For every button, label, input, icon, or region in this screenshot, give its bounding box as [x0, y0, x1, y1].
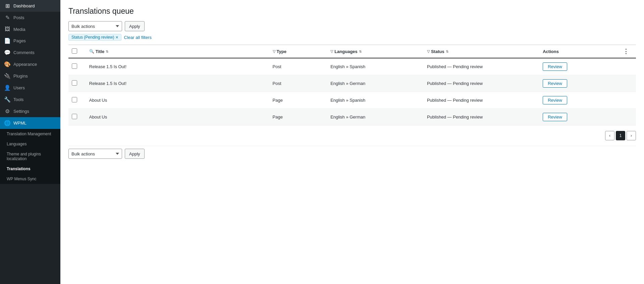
users-icon: 👤 [4, 85, 11, 91]
row-status: Published — Pending review [424, 75, 539, 92]
page-1-button[interactable]: 1 [616, 131, 625, 140]
row-actions: Review [539, 92, 616, 109]
status-filter-icon[interactable]: ▽ [427, 49, 430, 54]
row-type: Page [269, 92, 327, 109]
th-checkbox [68, 45, 86, 58]
sidebar-item-appearance[interactable]: 🎨 Appearance [0, 58, 60, 70]
row-actions: Review [539, 75, 616, 92]
row-checkbox-2[interactable] [72, 80, 77, 86]
table-row: About Us Page English » Spanish Publishe… [68, 92, 636, 109]
next-page-button[interactable]: › [627, 131, 636, 140]
dashboard-icon: ⊞ [4, 3, 11, 9]
th-more: ⋮ [616, 45, 636, 58]
review-button-2[interactable]: Review [543, 79, 567, 88]
row-status: Published — Pending review [424, 92, 539, 109]
row-languages: English » Spanish [327, 92, 424, 109]
search-icon: 🔍 [89, 49, 94, 54]
row-title: Release 1.5 Is Out! [86, 58, 269, 75]
type-filter-icon[interactable]: ▽ [273, 49, 275, 54]
posts-icon: ✎ [4, 14, 11, 21]
row-checkbox-3[interactable] [72, 97, 77, 102]
filter-bar: Status (Pending review) × Clear all filt… [68, 34, 636, 41]
th-actions: Actions [539, 45, 616, 58]
row-more [616, 109, 636, 126]
table-body: Release 1.5 Is Out! Post English » Spani… [68, 58, 636, 126]
sidebar-item-plugins[interactable]: 🔌 Plugins [0, 70, 60, 82]
sidebar-item-wp-menus-sync[interactable]: WP Menus Sync [0, 174, 60, 184]
comments-icon: 💬 [4, 49, 11, 56]
bulk-actions-select-bottom[interactable]: Bulk actions [68, 149, 122, 159]
remove-filter-icon[interactable]: × [115, 35, 118, 40]
th-status: ▽ Status ⇅ [424, 45, 539, 58]
row-checkbox-cell [68, 109, 86, 126]
status-sort-icon[interactable]: ⇅ [446, 50, 448, 53]
sidebar-item-users[interactable]: 👤 Users [0, 82, 60, 94]
row-type: Post [269, 58, 327, 75]
review-button-4[interactable]: Review [543, 113, 567, 121]
sidebar-item-wpml[interactable]: 🌐 WPML [0, 117, 60, 129]
apply-button-top[interactable]: Apply [125, 21, 145, 31]
row-languages: English » German [327, 75, 424, 92]
review-button-1[interactable]: Review [543, 62, 567, 71]
row-title: Release 1.5 Is Out! [86, 75, 269, 92]
row-checkbox-4[interactable] [72, 114, 77, 119]
row-type: Post [269, 75, 327, 92]
row-status: Published — Pending review [424, 58, 539, 75]
row-checkbox-cell [68, 92, 86, 109]
th-title: 🔍 Title ⇅ [86, 45, 269, 58]
settings-icon: ⚙ [4, 108, 11, 114]
sidebar: ⊞ Dashboard ✎ Posts 🖼 Media 📄 Pages 💬 Co… [0, 0, 60, 284]
row-title: About Us [86, 109, 269, 126]
row-checkbox-cell [68, 58, 86, 75]
table-row: About Us Page English » German Published… [68, 109, 636, 126]
table-row: Release 1.5 Is Out! Post English » Spani… [68, 58, 636, 75]
sidebar-item-media[interactable]: 🖼 Media [0, 23, 60, 35]
row-languages: English » Spanish [327, 58, 424, 75]
row-title: About Us [86, 92, 269, 109]
th-type: ▽ Type [269, 45, 327, 58]
sidebar-item-tools[interactable]: 🔧 Tools [0, 94, 60, 105]
row-status: Published — Pending review [424, 109, 539, 126]
row-more [616, 92, 636, 109]
th-languages: ▽ Languages ⇅ [327, 45, 424, 58]
bulk-actions-select-top[interactable]: Bulk actions [68, 21, 122, 31]
sidebar-item-settings[interactable]: ⚙ Settings [0, 105, 60, 117]
sidebar-item-languages[interactable]: Languages [0, 139, 60, 149]
sidebar-item-pages[interactable]: 📄 Pages [0, 35, 60, 47]
title-sort-icon[interactable]: ⇅ [106, 50, 108, 53]
clear-all-filters-link[interactable]: Clear all filters [124, 35, 152, 40]
translations-table: 🔍 Title ⇅ ▽ Type ▽ Languages ⇅ [68, 45, 636, 126]
sidebar-item-comments[interactable]: 💬 Comments [0, 47, 60, 58]
row-actions: Review [539, 109, 616, 126]
row-checkbox-cell [68, 75, 86, 92]
sidebar-item-translations[interactable]: Translations [0, 164, 60, 174]
row-checkbox-1[interactable] [72, 63, 77, 69]
prev-page-button[interactable]: ‹ [605, 131, 614, 140]
wpml-submenu: Translation Management Languages Theme a… [0, 129, 60, 184]
sidebar-item-theme-plugins[interactable]: Theme and plugins localization [0, 149, 60, 164]
table-row: Release 1.5 Is Out! Post English » Germa… [68, 75, 636, 92]
status-filter-tag: Status (Pending review) × [68, 34, 121, 41]
pagination-bar: ‹ 1 › [68, 131, 636, 140]
column-options-icon[interactable]: ⋮ [623, 48, 630, 55]
top-toolbar: Bulk actions Apply [68, 21, 636, 31]
row-more [616, 75, 636, 92]
media-icon: 🖼 [4, 26, 11, 32]
appearance-icon: 🎨 [4, 61, 11, 67]
plugins-icon: 🔌 [4, 73, 11, 79]
tools-icon: 🔧 [4, 96, 11, 103]
select-all-checkbox[interactable] [72, 48, 77, 54]
languages-filter-icon[interactable]: ▽ [330, 49, 333, 54]
row-actions: Review [539, 58, 616, 75]
apply-button-bottom[interactable]: Apply [125, 149, 145, 159]
sidebar-item-translation-management[interactable]: Translation Management [0, 129, 60, 139]
row-languages: English » German [327, 109, 424, 126]
pages-icon: 📄 [4, 38, 11, 44]
review-button-3[interactable]: Review [543, 96, 567, 104]
sidebar-item-dashboard[interactable]: ⊞ Dashboard [0, 0, 60, 12]
page-title: Translations queue [68, 7, 636, 16]
sidebar-item-posts[interactable]: ✎ Posts [0, 12, 60, 23]
languages-sort-icon[interactable]: ⇅ [359, 50, 362, 53]
row-type: Page [269, 109, 327, 126]
bottom-toolbar: Bulk actions Apply [68, 146, 636, 159]
